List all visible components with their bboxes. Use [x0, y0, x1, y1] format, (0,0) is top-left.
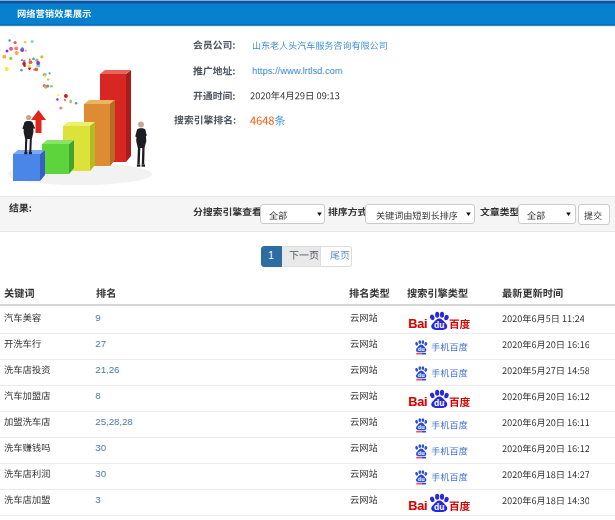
- svg-text:du: du: [418, 476, 425, 482]
- svg-text:du: du: [418, 372, 425, 378]
- svg-text:du: du: [418, 424, 425, 430]
- svg-text:du: du: [434, 398, 444, 408]
- svg-text:Bai: Bai: [408, 316, 427, 330]
- svg-text:du: du: [418, 450, 425, 456]
- svg-text:Bai: Bai: [408, 498, 427, 512]
- svg-text:du: du: [434, 320, 444, 330]
- svg-text:du: du: [418, 346, 425, 352]
- svg-text:Bai: Bai: [408, 394, 427, 408]
- svg-text:du: du: [434, 502, 444, 512]
